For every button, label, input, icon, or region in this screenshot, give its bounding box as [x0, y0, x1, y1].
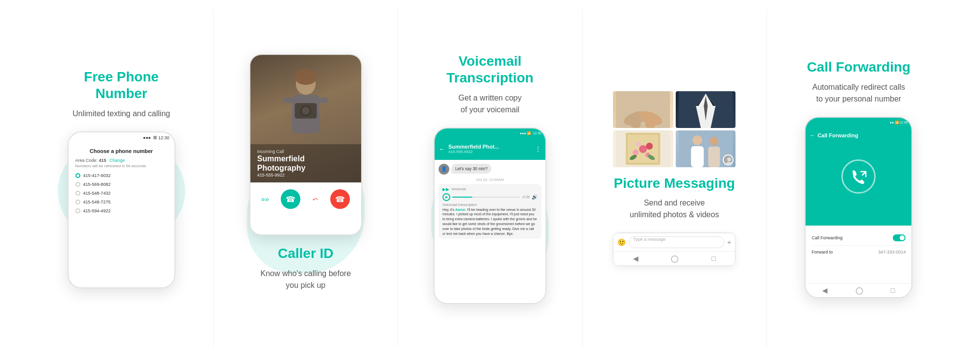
area-code-row: Area Code: 415 Change [75, 158, 168, 163]
svg-point-1 [294, 70, 317, 85]
svg-point-21 [639, 145, 647, 153]
list-item[interactable]: 415-594-4922 [75, 208, 168, 213]
picture-messaging-title: Picture Messaging [614, 175, 735, 192]
svg-rect-8 [616, 91, 670, 128]
photo-suit [676, 91, 736, 128]
status-time: 12:30 [158, 135, 170, 140]
svg-rect-12 [645, 113, 655, 128]
transcript-label: Voicemail transcription [442, 203, 538, 206]
caller-id-title: Caller ID [278, 245, 334, 262]
forwarding-toggle-row: Call Forwarding [811, 230, 906, 246]
play-button[interactable]: ▶ [442, 193, 450, 201]
svg-rect-6 [284, 98, 294, 103]
message-bubble-other: 👤 Let's say 30 min? [439, 164, 541, 175]
list-item[interactable]: 415-548-7432 [75, 191, 168, 196]
volume-icon[interactable]: 🔊 [532, 194, 538, 200]
list-item[interactable]: 415-417-0032 [75, 173, 168, 178]
feature-col-free-phone: Free Phone Number Unlimited texting and … [29, 10, 214, 347]
date-label: Oct 18, 12:09AM [439, 178, 541, 182]
radio-unselected[interactable] [75, 208, 80, 213]
home-nav-icon[interactable]: ◯ [671, 255, 679, 262]
contact-number: 415-555-9922 [448, 150, 532, 154]
feature-col-voicemail: Voicemail Transcription Get a written co… [398, 10, 582, 347]
list-item[interactable]: 415-548-7275 [75, 200, 168, 204]
status-time: 12:30 [533, 131, 541, 135]
incoming-call-label: Incoming Call [257, 149, 354, 154]
radio-unselected[interactable] [75, 182, 80, 187]
svg-point-24 [636, 142, 640, 147]
more-options-button[interactable]: ⋮ [535, 145, 541, 153]
status-bar: ●●● ⌘ 12:30 [69, 132, 174, 143]
photo-flowers [613, 130, 673, 167]
features-container: Free Phone Number Unlimited texting and … [0, 0, 980, 357]
decline-call-button[interactable]: ☎ [330, 189, 350, 209]
free-phone-desc: Unlimited texting and calling [73, 108, 170, 120]
chat-area: 👤 Let's say 30 min? Oct 18, 12:09AM ▶▶ V… [435, 160, 545, 302]
message-text: Let's say 30 min? [451, 164, 491, 174]
svg-rect-30 [691, 146, 704, 167]
caller-photo: Incoming Call Summerfield Photography 41… [250, 55, 361, 182]
call-forwarding-header: ← Call Forwarding [806, 128, 911, 226]
back-nav-icon[interactable]: ◀ [822, 286, 828, 294]
caller-id-mockup: Incoming Call Summerfield Photography 41… [249, 54, 362, 235]
svg-point-22 [633, 150, 638, 155]
feature-col-caller-id: Incoming Call Summerfield Photography 41… [214, 10, 398, 347]
call-forwarding-mockup: ●● 📶 12:38 ← Call Forwarding [805, 117, 912, 298]
header-top: ← Call Forwarding [806, 128, 911, 143]
photo-hands [613, 91, 673, 128]
cf-status-time: 12:38 [899, 121, 908, 124]
caller-name: Summerfield Photography [257, 154, 354, 173]
emoji-icon[interactable]: 🙂 [617, 238, 626, 246]
message-input-mockup: 🙂 Type a message + ◀ ◯ □ [613, 232, 735, 266]
caller-overlay: Incoming Call Summerfield Photography 41… [250, 144, 361, 182]
voicemail-duration: -0:28 [522, 195, 530, 199]
radio-unselected[interactable] [75, 191, 80, 196]
accept-call-button[interactable]: ☎ [281, 189, 300, 209]
forward-call-button[interactable]: »» [261, 195, 269, 203]
wifi-icon: ⌘ [153, 135, 157, 140]
radio-unselected[interactable] [75, 200, 80, 204]
call-forwarding-settings: Call Forwarding Forward to 347-333-0014 [806, 226, 911, 263]
svg-point-5 [302, 107, 310, 115]
photo-couple [676, 130, 736, 167]
home-nav-icon[interactable]: ◯ [856, 286, 863, 294]
person-camera-icon [276, 67, 335, 155]
svg-rect-32 [708, 147, 720, 167]
list-item[interactable]: 415-569-8082 [75, 182, 168, 187]
back-button[interactable]: ← [809, 132, 815, 139]
caller-id-desc: Know who's calling before you pick up [261, 268, 351, 291]
recent-nav-icon[interactable]: □ [711, 255, 715, 262]
voicemail-button[interactable]: ⤺ [313, 195, 318, 203]
svg-rect-11 [631, 113, 640, 128]
voicemail-title: Voicemail Transcription [446, 53, 533, 86]
contact-name: Summerfield Phot... [448, 144, 532, 150]
contact-avatar-overlay [723, 154, 734, 165]
navigation-bar: ◀ ◯ □ [613, 251, 735, 265]
caller-number: 415-555-9922 [257, 173, 354, 178]
forward-to-row: Forward to 347-333-0014 [811, 246, 906, 258]
add-media-icon[interactable]: + [727, 238, 731, 246]
svg-point-29 [692, 135, 702, 145]
message-input[interactable]: Type a message [629, 236, 724, 248]
voicemail-mockup: ●●● 📶 12:30 ← Summerfield Phot... 415-55… [434, 128, 546, 304]
forwarding-toggle[interactable] [893, 234, 906, 241]
picture-messaging-desc: Send and receive unlimited photos & vide… [630, 197, 719, 221]
choose-number-heading: Choose a phone number [75, 148, 168, 154]
call-forwarding-desc: Automatically redirect calls to your per… [812, 81, 905, 105]
radio-selected[interactable] [75, 173, 80, 178]
free-phone-mockup: ●●● ⌘ 12:30 Choose a phone number Area C… [68, 131, 175, 288]
call-forwarding-title: Call Forwarding [807, 59, 911, 76]
progress-bar[interactable] [452, 197, 520, 198]
back-button[interactable]: ← [439, 145, 445, 153]
recent-nav-icon[interactable]: □ [891, 286, 895, 294]
transcript-text: Hey, it's Aaron. I'll be heading over to… [442, 207, 538, 236]
chat-header: ← Summerfield Phot... 415-555-9922 ⋮ [435, 138, 545, 160]
cf-nav-bar: ◀ ◯ □ [806, 283, 911, 297]
voicemail-player: ▶ -0:28 🔊 [442, 193, 538, 201]
contact-avatar: 👤 [439, 164, 449, 175]
back-nav-icon[interactable]: ◀ [633, 255, 638, 262]
phone-number-chooser: Choose a phone number Area Code: 415 Cha… [69, 143, 174, 222]
photo-grid [613, 91, 735, 167]
free-phone-title: Free Phone Number [84, 69, 158, 102]
feature-col-picture-messaging: Picture Messaging Send and receive unlim… [583, 10, 767, 347]
